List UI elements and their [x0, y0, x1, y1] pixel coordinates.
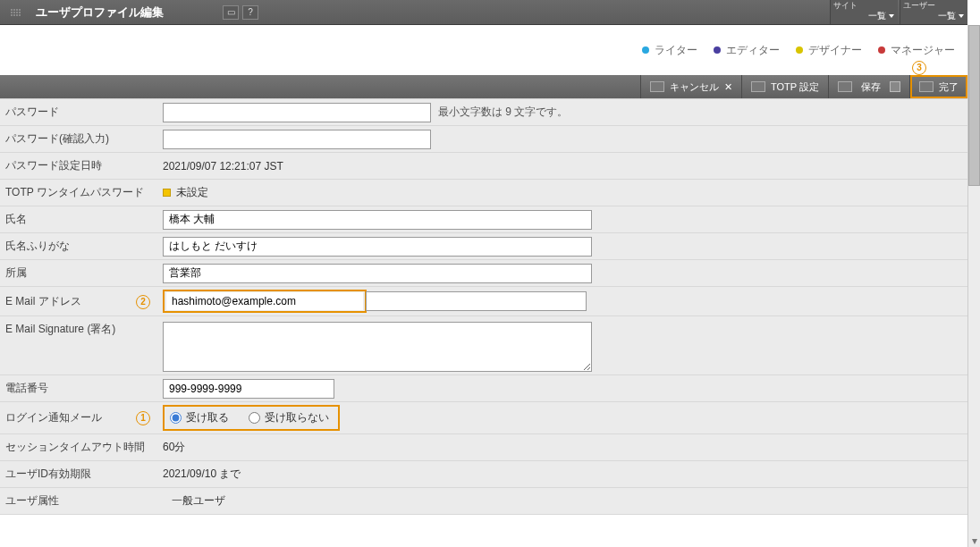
- password-set-date-value: 2021/09/07 12:21:07 JST: [163, 160, 283, 173]
- org-label: 所属: [0, 265, 159, 281]
- title-bar: ユーザプロファイル編集 ▭ ? サイト 一覧 ユーザー 一覧: [0, 0, 967, 25]
- phone-input[interactable]: [163, 379, 334, 399]
- login-notify-radio-group: 受け取る 受け取らない: [163, 405, 340, 431]
- page-title: ユーザプロファイル編集: [36, 4, 164, 21]
- legend-designer: デザイナー: [808, 43, 862, 58]
- session-timeout-value: 60分: [163, 440, 185, 455]
- chevron-down-icon: [959, 14, 964, 18]
- site-selector-label: サイト: [833, 0, 858, 12]
- scrollbar-thumb[interactable]: [968, 25, 980, 186]
- user-selector[interactable]: ユーザー 一覧: [900, 0, 967, 24]
- email-sig-label: E Mail Signature (署名): [0, 322, 159, 337]
- totp-status-value: 未設定: [176, 185, 208, 200]
- chevron-down-icon: [889, 14, 894, 18]
- login-notify-label-text: ログイン通知メール: [5, 410, 102, 425]
- totp-button-label: TOTP 設定: [771, 80, 819, 94]
- editor-dot-icon: [714, 46, 721, 54]
- save-button[interactable]: 保存: [828, 75, 909, 98]
- profile-form: パスワード 最小文字数は 9 文字です。 パスワード(確認入力) パスワード設定…: [0, 98, 967, 515]
- email-input-extend[interactable]: [366, 291, 587, 311]
- password-label: パスワード: [0, 105, 159, 120]
- status-square-icon: [163, 189, 171, 197]
- help-icon[interactable]: ?: [242, 5, 258, 20]
- button-glyph-icon: [838, 81, 852, 92]
- user-selector-value: 一覧: [938, 10, 956, 22]
- legend-manager: マネージャー: [891, 43, 955, 58]
- login-notify-reject-label: 受け取らない: [265, 410, 329, 425]
- login-notify-reject-radio[interactable]: [249, 412, 260, 424]
- password-hint: 最小文字数は 9 文字です。: [438, 105, 568, 120]
- button-glyph-icon: [751, 81, 765, 92]
- manager-dot-icon: [878, 46, 885, 54]
- id-card-icon[interactable]: ▭: [223, 5, 239, 20]
- annotation-1: 1: [136, 410, 150, 425]
- password-confirm-label: パスワード(確認入力): [0, 131, 159, 147]
- password-set-date-label: パスワード設定日時: [0, 158, 159, 173]
- vertical-scrollbar[interactable]: ▾: [967, 25, 980, 547]
- totp-settings-button[interactable]: TOTP 設定: [741, 75, 828, 98]
- legend-writer: ライター: [655, 43, 697, 58]
- password-confirm-input[interactable]: [163, 130, 431, 149]
- writer-dot-icon: [642, 46, 649, 54]
- password-input[interactable]: [163, 103, 431, 122]
- login-notify-reject-option[interactable]: 受け取らない: [249, 410, 329, 425]
- name-input[interactable]: [163, 210, 592, 230]
- email-label-text: E Mail アドレス: [5, 294, 81, 309]
- org-input[interactable]: [163, 264, 592, 283]
- user-attr-value: 一般ユーザ: [163, 493, 225, 509]
- name-label: 氏名: [0, 212, 159, 227]
- user-selector-label: ユーザー: [903, 0, 935, 12]
- site-selector[interactable]: サイト 一覧: [830, 0, 898, 24]
- user-attr-label: ユーザ属性: [0, 493, 159, 509]
- annotation-3: 3: [912, 59, 926, 75]
- role-legend-row: ライター エディター デザイナー マネージャー 3: [0, 25, 967, 75]
- scroll-down-icon[interactable]: ▾: [968, 534, 980, 547]
- userid-expiry-label: ユーザID有効期限: [0, 467, 159, 482]
- phone-label: 電話番号: [0, 381, 159, 396]
- disk-icon: [890, 81, 900, 92]
- drag-grip-icon[interactable]: [0, 0, 30, 24]
- userid-expiry-value: 2021/09/10 まで: [163, 467, 241, 482]
- done-button-label: 完了: [939, 80, 959, 94]
- legend-editor: エディター: [726, 43, 780, 58]
- name-kana-label: 氏名ふりがな: [0, 239, 159, 254]
- annotation-2: 2: [136, 294, 150, 309]
- session-timeout-label: セッションタイムアウト時間: [0, 440, 159, 455]
- action-toolbar: キャンセル✕ TOTP 設定 保存 完了: [0, 75, 967, 98]
- close-icon: ✕: [724, 81, 732, 93]
- login-notify-label: ログイン通知メール 1: [0, 410, 159, 425]
- save-button-label: 保存: [861, 80, 881, 94]
- cancel-button-label: キャンセル: [670, 80, 719, 94]
- cancel-button[interactable]: キャンセル✕: [640, 75, 741, 98]
- login-notify-accept-label: 受け取る: [186, 410, 229, 425]
- site-selector-value: 一覧: [868, 10, 886, 22]
- button-glyph-icon: [919, 81, 934, 92]
- designer-dot-icon: [796, 46, 803, 54]
- login-notify-accept-radio[interactable]: [170, 412, 182, 424]
- email-input[interactable]: [166, 292, 363, 310]
- login-notify-accept-option[interactable]: 受け取る: [170, 410, 229, 425]
- totp-label: TOTP ワンタイムパスワード: [0, 185, 159, 200]
- email-sig-textarea[interactable]: [163, 322, 592, 372]
- done-button[interactable]: 完了: [909, 75, 967, 98]
- name-kana-input[interactable]: [163, 237, 592, 257]
- email-label: E Mail アドレス 2: [0, 294, 159, 309]
- button-glyph-icon: [650, 81, 664, 92]
